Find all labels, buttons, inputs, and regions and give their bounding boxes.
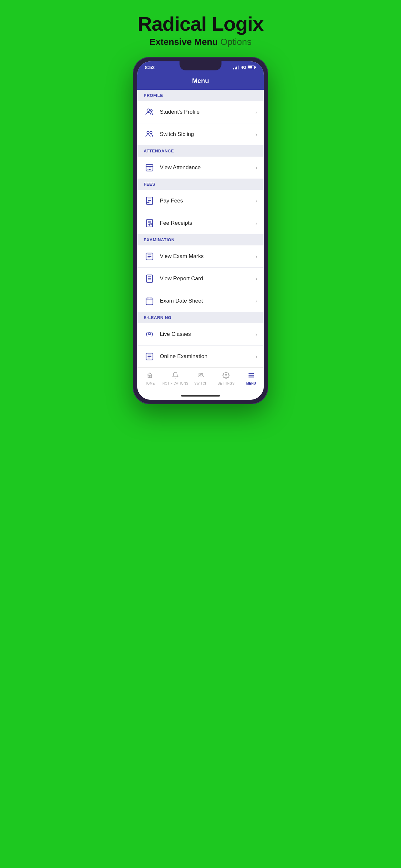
menu-content: PROFILE Student's Profile › Switch Sibli… <box>137 90 264 368</box>
calendar-check-icon <box>144 162 155 174</box>
menu-item-online-examination[interactable]: Online Examination › <box>137 345 264 368</box>
elearning-group: Live Classes › Online Examination › <box>137 323 264 368</box>
view-attendance-label: View Attendance <box>160 164 255 171</box>
section-profile: PROFILE <box>137 90 264 101</box>
home-indicator <box>137 393 264 400</box>
section-fees: FEES <box>137 179 264 190</box>
svg-rect-17 <box>146 298 153 305</box>
chevron-icon: › <box>255 109 257 116</box>
person-icon <box>144 106 155 118</box>
fees-group: Pay Fees › Fee Receipts › <box>137 190 264 234</box>
svg-rect-8 <box>147 197 153 205</box>
svg-point-21 <box>149 332 151 335</box>
section-attendance: ATTENDANCE <box>137 145 264 157</box>
battery-icon <box>248 66 256 69</box>
exam-date-sheet-label: Exam Date Sheet <box>160 298 255 304</box>
svg-rect-15 <box>147 275 153 283</box>
menu-item-live-classes[interactable]: Live Classes › <box>137 323 264 345</box>
status-icons: 4G <box>233 65 256 70</box>
chevron-icon: › <box>255 220 257 227</box>
signal-bars-icon <box>233 66 239 69</box>
menu-item-fee-receipts[interactable]: Fee Receipts › <box>137 212 264 234</box>
online-examination-label: Online Examination <box>160 353 255 360</box>
report-icon <box>144 273 155 284</box>
menu-item-pay-fees[interactable]: Pay Fees › <box>137 190 264 212</box>
svg-point-25 <box>199 373 201 375</box>
menu-item-view-exam-marks[interactable]: View Exam Marks › <box>137 245 264 268</box>
live-icon <box>144 329 155 340</box>
home-indicator-bar <box>181 395 220 397</box>
nav-switch-label: SWITCH <box>194 382 208 385</box>
chevron-icon: › <box>255 131 257 138</box>
nav-switch[interactable]: SWITCH <box>188 370 213 386</box>
status-time: 8:52 <box>145 65 155 70</box>
svg-point-1 <box>150 110 152 112</box>
nav-settings[interactable]: SETTINGS <box>213 370 239 386</box>
marks-icon <box>144 251 155 262</box>
profile-group: Student's Profile › Switch Sibling › <box>137 101 264 145</box>
subtitle-bold: Extensive Menu <box>150 37 218 47</box>
menu-item-view-report-card[interactable]: View Report Card › <box>137 268 264 290</box>
online-exam-icon <box>144 351 155 362</box>
bottom-nav: HOME NOTIFICATIONS SWITCH SETTINGS <box>137 368 264 393</box>
menu-item-view-attendance[interactable]: View Attendance › <box>137 157 264 179</box>
students-profile-label: Student's Profile <box>160 109 255 115</box>
header-area: Radical Logix Extensive Menu Options <box>137 13 264 47</box>
chevron-icon: › <box>255 197 257 205</box>
switch-icon <box>197 372 204 381</box>
nav-home[interactable]: HOME <box>137 370 162 386</box>
nav-menu[interactable]: MENU <box>239 370 264 386</box>
svg-point-27 <box>225 374 227 376</box>
bell-icon <box>172 372 179 381</box>
pay-fees-label: Pay Fees <box>160 197 255 204</box>
menu-item-students-profile[interactable]: Student's Profile › <box>137 101 264 123</box>
notch <box>180 61 221 70</box>
doc-icon <box>144 217 155 229</box>
svg-rect-23 <box>148 375 150 377</box>
nav-notifications-label: NOTIFICATIONS <box>162 382 188 385</box>
nav-home-label: HOME <box>145 382 155 385</box>
chevron-icon: › <box>255 353 257 360</box>
people-icon <box>144 128 155 140</box>
view-report-card-label: View Report Card <box>160 275 255 282</box>
menu-icon <box>248 372 255 381</box>
menu-item-switch-sibling[interactable]: Switch Sibling › <box>137 123 264 145</box>
switch-sibling-label: Switch Sibling <box>160 131 255 137</box>
chevron-icon: › <box>255 298 257 305</box>
datesheet-icon <box>144 295 155 307</box>
phone-frame: 8:52 4G Menu PROFILE <box>133 57 268 404</box>
fee-receipts-label: Fee Receipts <box>160 220 255 226</box>
network-type: 4G <box>241 65 246 70</box>
chevron-icon: › <box>255 331 257 338</box>
svg-rect-24 <box>150 375 152 377</box>
app-header: Menu <box>137 73 264 90</box>
nav-menu-label: MENU <box>246 382 256 385</box>
home-icon <box>146 372 153 381</box>
app-subtitle: Extensive Menu Options <box>137 37 264 47</box>
svg-point-0 <box>147 109 150 112</box>
app-title: Radical Logix <box>137 13 264 35</box>
app-header-title: Menu <box>192 77 209 84</box>
chevron-icon: › <box>255 253 257 260</box>
nav-settings-label: SETTINGS <box>218 382 235 385</box>
view-exam-marks-label: View Exam Marks <box>160 253 255 259</box>
chevron-icon: › <box>255 164 257 171</box>
nav-notifications[interactable]: NOTIFICATIONS <box>162 370 188 386</box>
section-examination: EXAMINATION <box>137 234 264 245</box>
phone-screen: 8:52 4G Menu PROFILE <box>137 61 264 400</box>
live-classes-label: Live Classes <box>160 331 255 337</box>
receipt-icon <box>144 195 155 207</box>
attendance-group: View Attendance › <box>137 157 264 179</box>
svg-point-2 <box>147 131 149 134</box>
svg-point-3 <box>150 131 152 134</box>
menu-item-exam-date-sheet[interactable]: Exam Date Sheet › <box>137 290 264 312</box>
section-elearning: E-LEARNING <box>137 312 264 323</box>
subtitle-normal: Options <box>218 37 251 47</box>
chevron-icon: › <box>255 275 257 282</box>
svg-point-26 <box>201 373 203 375</box>
examination-group: View Exam Marks › View Report Card › Exa… <box>137 245 264 312</box>
settings-icon <box>222 372 229 381</box>
